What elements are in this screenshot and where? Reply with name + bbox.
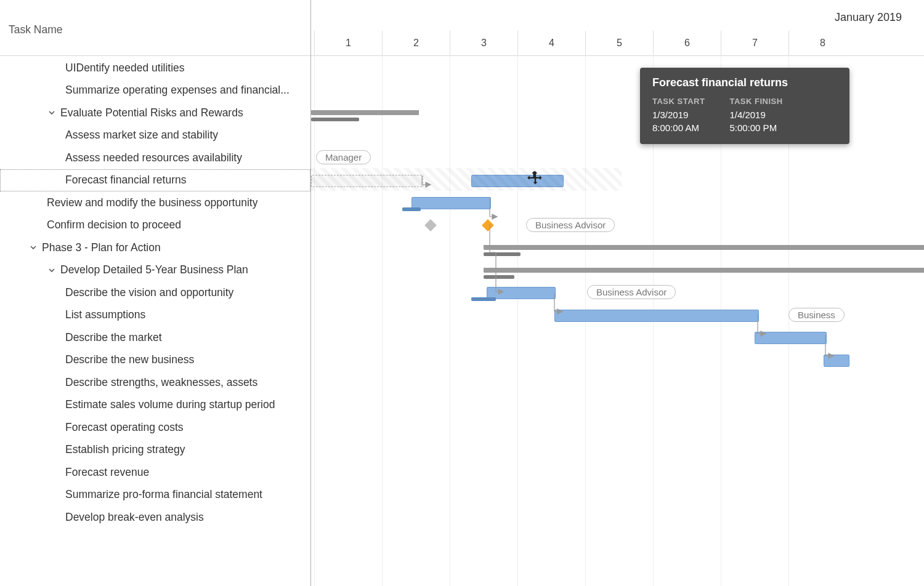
task-label[interactable]: Phase 3 - Plan for Action <box>42 241 161 254</box>
tooltip-start-date: 1/3/2019 <box>652 108 705 121</box>
timeline-header: January 2019 12345678 <box>311 0 924 56</box>
expand-toggle-icon[interactable] <box>47 109 57 116</box>
task-tooltip: Forecast financial returns TASK START 1/… <box>640 68 849 144</box>
task-label[interactable]: UIDentify needed utilities <box>65 62 185 74</box>
task-row-r3[interactable]: Assess market size and stability <box>0 124 310 147</box>
task-label[interactable]: Forecast revenue <box>65 466 149 479</box>
tooltip-finish-date: 1/4/2019 <box>729 108 782 121</box>
tooltip-finish-time: 5:00:00 PM <box>729 121 782 134</box>
task-row-r5[interactable]: Forecast financial returns <box>0 169 310 192</box>
task-row-r17[interactable]: Establish pricing strategy <box>0 439 310 462</box>
tree-header: Task Name <box>0 0 310 56</box>
task-row-r7[interactable]: Confirm decision to proceed <box>0 214 310 237</box>
task-label[interactable]: Develop Detailed 5-Year Business Plan <box>60 263 248 276</box>
tooltip-start-label: TASK START <box>652 97 705 106</box>
task-row-r2[interactable]: Evaluate Potential Risks and Rewards <box>0 102 310 124</box>
task-label[interactable]: Describe strengths, weaknesses, assets <box>65 376 257 389</box>
task-row-r10[interactable]: Describe the vision and opportunity <box>0 281 310 304</box>
expand-toggle-icon[interactable] <box>47 267 57 274</box>
svg-marker-2 <box>498 289 503 294</box>
task-label[interactable]: Assess market size and stability <box>65 129 218 142</box>
task-label[interactable]: Forecast operating costs <box>65 421 184 434</box>
task-row-r0[interactable]: UIDentify needed utilities <box>0 57 310 79</box>
task-label[interactable]: Describe the market <box>65 331 162 344</box>
task-label[interactable]: Assess needed resources availability <box>65 151 242 164</box>
task-label[interactable]: Describe the new business <box>65 353 194 366</box>
task-row-r16[interactable]: Forecast operating costs <box>0 416 310 439</box>
task-row-r8[interactable]: Phase 3 - Plan for Action <box>0 236 310 259</box>
task-row-r6[interactable]: Review and modify the business opportuni… <box>0 191 310 214</box>
task-row-r4[interactable]: Assess needed resources availability <box>0 146 310 169</box>
task-label[interactable]: Establish pricing strategy <box>65 443 185 456</box>
day-header-2[interactable]: 2 <box>382 31 450 55</box>
day-header-7[interactable]: 7 <box>721 31 788 55</box>
task-label[interactable]: Estimate sales volume during startup per… <box>65 398 275 411</box>
task-tree-pane[interactable]: Task Name UIDentify needed utilitiesSumm… <box>0 0 311 586</box>
task-row-r1[interactable]: Summarize operating expenses and financi… <box>0 79 310 102</box>
tooltip-title: Forecast financial returns <box>652 76 837 89</box>
svg-marker-4 <box>761 331 766 336</box>
task-label[interactable]: Review and modify the business opportuni… <box>47 196 257 209</box>
task-label[interactable]: Summarize pro-forma financial statement <box>65 488 262 501</box>
task-row-r11[interactable]: List assumptions <box>0 304 310 327</box>
task-label[interactable]: Forecast financial returns <box>65 174 186 187</box>
tooltip-finish-label: TASK FINISH <box>729 97 782 106</box>
day-header-1[interactable]: 1 <box>314 31 382 55</box>
svg-marker-1 <box>492 214 497 219</box>
day-header-5[interactable]: 5 <box>585 31 653 55</box>
timeline-month-label: January 2019 <box>835 11 902 24</box>
day-header-4[interactable]: 4 <box>517 31 585 55</box>
gantt-view: Task Name UIDentify needed utilitiesSumm… <box>0 0 924 586</box>
task-row-r13[interactable]: Describe the new business <box>0 349 310 372</box>
timeline-pane[interactable]: January 2019 12345678 ManagerBusiness Ad… <box>311 0 924 586</box>
day-header-6[interactable]: 6 <box>653 31 721 55</box>
task-label[interactable]: Describe the vision and opportunity <box>65 286 233 299</box>
task-row-r20[interactable]: Develop break-even analysis <box>0 506 310 529</box>
task-label[interactable]: Develop break-even analysis <box>65 511 204 524</box>
task-label[interactable]: Summarize operating expenses and financi… <box>65 84 290 97</box>
task-row-r14[interactable]: Describe strengths, weaknesses, assets <box>0 371 310 394</box>
task-label[interactable]: Evaluate Potential Risks and Rewards <box>60 106 243 119</box>
task-row-r15[interactable]: Estimate sales volume during startup per… <box>0 394 310 417</box>
task-row-r12[interactable]: Describe the market <box>0 326 310 349</box>
tooltip-start-time: 8:00:00 AM <box>652 121 705 134</box>
task-row-r9[interactable]: Develop Detailed 5-Year Business Plan <box>0 259 310 282</box>
column-header-task-name[interactable]: Task Name <box>9 23 63 36</box>
svg-marker-3 <box>557 309 562 314</box>
task-label[interactable]: List assumptions <box>65 308 145 321</box>
svg-marker-0 <box>426 182 431 187</box>
task-row-r18[interactable]: Forecast revenue <box>0 461 310 484</box>
task-row-r19[interactable]: Summarize pro-forma financial statement <box>0 484 310 507</box>
expand-toggle-icon[interactable] <box>28 244 38 251</box>
task-label[interactable]: Confirm decision to proceed <box>47 219 181 231</box>
day-header-3[interactable]: 3 <box>450 31 517 55</box>
day-header-8[interactable]: 8 <box>788 31 856 55</box>
svg-marker-5 <box>829 353 833 358</box>
